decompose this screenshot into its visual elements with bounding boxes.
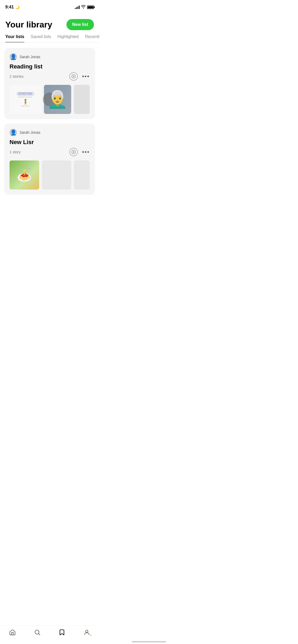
distraction-author: Oliver Roberts <box>21 105 30 107</box>
tab-highlighted[interactable]: Highlighted <box>57 34 79 42</box>
pasta-emoji: 🍝 <box>16 168 32 182</box>
card-title-reading[interactable]: Reading list <box>10 63 90 70</box>
stories-count-reading: 2 stories <box>10 74 24 79</box>
tabs-container: Your lists Saved lists Highlighted Recen… <box>0 34 99 43</box>
status-icons <box>75 5 94 10</box>
tab-your-lists[interactable]: Your lists <box>5 34 24 42</box>
thumb-pasta: 🍝 <box>10 160 39 190</box>
more-button-reading[interactable]: ••• <box>82 73 90 79</box>
avatar-new: 👤 <box>10 129 17 136</box>
status-time: 9:41 🌙 <box>5 5 20 10</box>
card-meta-new: 1 story ••• <box>10 148 90 156</box>
page-title: Your library <box>5 20 52 30</box>
avatar-reading: 👤 <box>10 53 17 61</box>
card-meta-reading: 2 stories ••• <box>10 72 90 81</box>
list-card-reading-list: 👤 Sarah Jonas Reading list 2 stories ••• <box>4 48 95 119</box>
thumb-empty-2 <box>42 160 71 190</box>
thumbnails-reading: DISTRACTIONS PREVENT DISCIPLINE 🧍 Oliver… <box>10 85 90 114</box>
face-emoji: 👨‍🦳 <box>47 91 68 108</box>
battery-icon <box>87 6 94 9</box>
tab-saved-lists[interactable]: Saved lists <box>31 34 51 42</box>
download-button-new[interactable] <box>69 148 78 156</box>
tab-recently[interactable]: Recently <box>85 34 99 42</box>
thumb-empty-1 <box>74 85 90 114</box>
moon-icon: 🌙 <box>15 5 20 9</box>
wifi-icon <box>81 5 85 10</box>
thumb-empty-3 <box>74 160 90 190</box>
time-text: 9:41 <box>5 5 14 10</box>
author-name-reading: Sarah Jonas <box>20 55 40 59</box>
content-area: 👤 Sarah Jonas Reading list 2 stories ••• <box>0 43 99 200</box>
thumb-distraction: DISTRACTIONS PREVENT DISCIPLINE 🧍 Oliver… <box>10 85 41 114</box>
stick-figure: 🧍 <box>22 99 28 105</box>
stories-count-new: 1 story <box>10 150 21 154</box>
new-list-button[interactable]: New list <box>66 19 94 30</box>
header: Your library New list <box>0 13 99 34</box>
card-author-new: 👤 Sarah Jonas <box>10 129 90 136</box>
card-actions-new: ••• <box>69 148 90 156</box>
status-bar: 9:41 🌙 <box>0 0 99 13</box>
thumb-face: 👨‍🦳 <box>44 85 71 114</box>
more-button-new[interactable]: ••• <box>82 149 90 155</box>
card-author-reading: 👤 Sarah Jonas <box>10 53 90 61</box>
thumbnails-new: 🍝 <box>10 160 90 190</box>
distraction-sub: PREVENT DISCIPLINE <box>18 96 32 98</box>
avatar-icon-new: 👤 <box>10 130 17 135</box>
card-title-new[interactable]: New Lisr <box>10 139 90 146</box>
signal-icon <box>75 5 80 9</box>
avatar-icon-reading: 👤 <box>10 54 17 59</box>
author-name-new: Sarah Jonas <box>20 130 40 135</box>
card-actions-reading: ••• <box>69 72 90 81</box>
download-button-reading[interactable] <box>69 72 78 81</box>
list-card-new-list: 👤 Sarah Jonas New Lisr 1 story ••• 🍝 <box>4 123 95 195</box>
distraction-label: DISTRACTIONS <box>17 92 34 95</box>
